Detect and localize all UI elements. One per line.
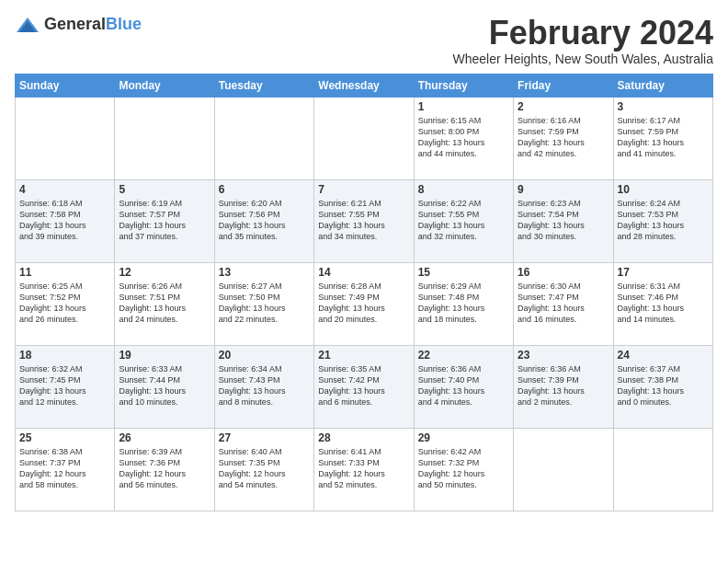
calendar-cell: 28Sunrise: 6:41 AM Sunset: 7:33 PM Dayli…: [314, 428, 414, 511]
day-info: Sunrise: 6:38 AM Sunset: 7:37 PM Dayligh…: [19, 446, 110, 491]
calendar-cell: 8Sunrise: 6:22 AM Sunset: 7:55 PM Daylig…: [414, 179, 513, 262]
day-number: 1: [418, 100, 509, 113]
calendar-cell: [613, 428, 712, 511]
day-number: 13: [219, 266, 310, 279]
calendar-cell: 5Sunrise: 6:19 AM Sunset: 7:57 PM Daylig…: [115, 179, 214, 262]
logo-text: GeneralBlue: [44, 15, 142, 34]
calendar-cell: 23Sunrise: 6:36 AM Sunset: 7:39 PM Dayli…: [514, 345, 613, 428]
day-number: 8: [418, 183, 509, 196]
day-number: 3: [618, 100, 709, 113]
day-info: Sunrise: 6:24 AM Sunset: 7:53 PM Dayligh…: [618, 198, 709, 243]
day-header-wednesday: Wednesday: [314, 74, 414, 97]
calendar-cell: 14Sunrise: 6:28 AM Sunset: 7:49 PM Dayli…: [314, 262, 414, 345]
calendar-cell: 4Sunrise: 6:18 AM Sunset: 7:58 PM Daylig…: [16, 179, 115, 262]
day-info: Sunrise: 6:29 AM Sunset: 7:48 PM Dayligh…: [418, 281, 509, 326]
calendar-cell: 19Sunrise: 6:33 AM Sunset: 7:44 PM Dayli…: [115, 345, 214, 428]
day-number: 12: [119, 266, 210, 279]
days-header-row: SundayMondayTuesdayWednesdayThursdayFrid…: [16, 74, 713, 97]
day-info: Sunrise: 6:21 AM Sunset: 7:55 PM Dayligh…: [318, 198, 409, 243]
day-number: 23: [518, 349, 609, 362]
month-title: February 2024: [453, 15, 714, 52]
day-info: Sunrise: 6:20 AM Sunset: 7:56 PM Dayligh…: [219, 198, 310, 243]
logo-general: General: [44, 15, 106, 33]
day-info: Sunrise: 6:16 AM Sunset: 7:59 PM Dayligh…: [518, 115, 609, 160]
calendar-cell: 2Sunrise: 6:16 AM Sunset: 7:59 PM Daylig…: [514, 97, 613, 179]
day-number: 2: [518, 100, 609, 113]
day-header-tuesday: Tuesday: [214, 74, 313, 97]
calendar-cell: 9Sunrise: 6:23 AM Sunset: 7:54 PM Daylig…: [514, 179, 613, 262]
calendar-cell: 21Sunrise: 6:35 AM Sunset: 7:42 PM Dayli…: [314, 345, 414, 428]
day-info: Sunrise: 6:19 AM Sunset: 7:57 PM Dayligh…: [119, 198, 210, 243]
calendar-cell: 27Sunrise: 6:40 AM Sunset: 7:35 PM Dayli…: [214, 428, 313, 511]
day-info: Sunrise: 6:30 AM Sunset: 7:47 PM Dayligh…: [518, 281, 609, 326]
day-number: 6: [219, 183, 310, 196]
day-info: Sunrise: 6:17 AM Sunset: 7:59 PM Dayligh…: [618, 115, 709, 160]
calendar-cell: 12Sunrise: 6:26 AM Sunset: 7:51 PM Dayli…: [115, 262, 214, 345]
day-info: Sunrise: 6:39 AM Sunset: 7:36 PM Dayligh…: [119, 446, 210, 491]
day-number: 9: [518, 183, 609, 196]
day-number: 16: [518, 266, 609, 279]
day-info: Sunrise: 6:26 AM Sunset: 7:51 PM Dayligh…: [119, 281, 210, 326]
day-number: 28: [318, 431, 409, 444]
calendar-cell: 15Sunrise: 6:29 AM Sunset: 7:48 PM Dayli…: [414, 262, 513, 345]
day-info: Sunrise: 6:41 AM Sunset: 7:33 PM Dayligh…: [318, 446, 409, 491]
day-number: 7: [318, 183, 409, 196]
day-number: 27: [219, 431, 310, 444]
calendar-cell: 22Sunrise: 6:36 AM Sunset: 7:40 PM Dayli…: [414, 345, 513, 428]
calendar-cell: 20Sunrise: 6:34 AM Sunset: 7:43 PM Dayli…: [214, 345, 313, 428]
day-info: Sunrise: 6:40 AM Sunset: 7:35 PM Dayligh…: [219, 446, 310, 491]
day-number: 5: [119, 183, 210, 196]
calendar-cell: 10Sunrise: 6:24 AM Sunset: 7:53 PM Dayli…: [613, 179, 712, 262]
logo: GeneralBlue: [15, 15, 142, 34]
day-header-sunday: Sunday: [16, 74, 115, 97]
day-info: Sunrise: 6:22 AM Sunset: 7:55 PM Dayligh…: [418, 198, 509, 243]
day-info: Sunrise: 6:23 AM Sunset: 7:54 PM Dayligh…: [518, 198, 609, 243]
day-info: Sunrise: 6:33 AM Sunset: 7:44 PM Dayligh…: [119, 363, 210, 408]
day-number: 29: [418, 431, 509, 444]
day-number: 20: [219, 349, 310, 362]
day-info: Sunrise: 6:34 AM Sunset: 7:43 PM Dayligh…: [219, 363, 310, 408]
calendar-cell: [214, 97, 313, 179]
calendar-cell: 24Sunrise: 6:37 AM Sunset: 7:38 PM Dayli…: [613, 345, 712, 428]
day-number: 15: [418, 266, 509, 279]
calendar-cell: 6Sunrise: 6:20 AM Sunset: 7:56 PM Daylig…: [214, 179, 313, 262]
day-info: Sunrise: 6:32 AM Sunset: 7:45 PM Dayligh…: [19, 363, 110, 408]
page-header: GeneralBlue February 2024 Wheeler Height…: [15, 15, 713, 66]
calendar-cell: 26Sunrise: 6:39 AM Sunset: 7:36 PM Dayli…: [115, 428, 214, 511]
calendar-cell: 29Sunrise: 6:42 AM Sunset: 7:32 PM Dayli…: [414, 428, 513, 511]
calendar-cell: 1Sunrise: 6:15 AM Sunset: 8:00 PM Daylig…: [414, 97, 513, 179]
calendar-cell: [115, 97, 214, 179]
day-header-thursday: Thursday: [414, 74, 513, 97]
day-info: Sunrise: 6:37 AM Sunset: 7:38 PM Dayligh…: [618, 363, 709, 408]
day-header-saturday: Saturday: [613, 74, 712, 97]
week-row-4: 18Sunrise: 6:32 AM Sunset: 7:45 PM Dayli…: [16, 345, 713, 428]
day-number: 17: [618, 266, 709, 279]
day-info: Sunrise: 6:27 AM Sunset: 7:50 PM Dayligh…: [219, 281, 310, 326]
calendar-cell: 16Sunrise: 6:30 AM Sunset: 7:47 PM Dayli…: [514, 262, 613, 345]
calendar-table: SundayMondayTuesdayWednesdayThursdayFrid…: [15, 74, 713, 511]
calendar-cell: 25Sunrise: 6:38 AM Sunset: 7:37 PM Dayli…: [16, 428, 115, 511]
day-info: Sunrise: 6:25 AM Sunset: 7:52 PM Dayligh…: [19, 281, 110, 326]
calendar-cell: 11Sunrise: 6:25 AM Sunset: 7:52 PM Dayli…: [16, 262, 115, 345]
day-info: Sunrise: 6:36 AM Sunset: 7:40 PM Dayligh…: [418, 363, 509, 408]
day-number: 22: [418, 349, 509, 362]
day-number: 14: [318, 266, 409, 279]
logo-icon: [15, 16, 40, 34]
day-header-monday: Monday: [115, 74, 214, 97]
calendar-cell: 13Sunrise: 6:27 AM Sunset: 7:50 PM Dayli…: [214, 262, 313, 345]
day-info: Sunrise: 6:35 AM Sunset: 7:42 PM Dayligh…: [318, 363, 409, 408]
day-info: Sunrise: 6:15 AM Sunset: 8:00 PM Dayligh…: [418, 115, 509, 160]
day-number: 21: [318, 349, 409, 362]
week-row-1: 1Sunrise: 6:15 AM Sunset: 8:00 PM Daylig…: [16, 97, 713, 179]
day-number: 10: [618, 183, 709, 196]
calendar-cell: [514, 428, 613, 511]
day-number: 26: [119, 431, 210, 444]
day-info: Sunrise: 6:28 AM Sunset: 7:49 PM Dayligh…: [318, 281, 409, 326]
week-row-2: 4Sunrise: 6:18 AM Sunset: 7:58 PM Daylig…: [16, 179, 713, 262]
day-number: 11: [19, 266, 110, 279]
day-header-friday: Friday: [514, 74, 613, 97]
day-number: 4: [19, 183, 110, 196]
day-info: Sunrise: 6:42 AM Sunset: 7:32 PM Dayligh…: [418, 446, 509, 491]
day-number: 25: [19, 431, 110, 444]
day-number: 18: [19, 349, 110, 362]
